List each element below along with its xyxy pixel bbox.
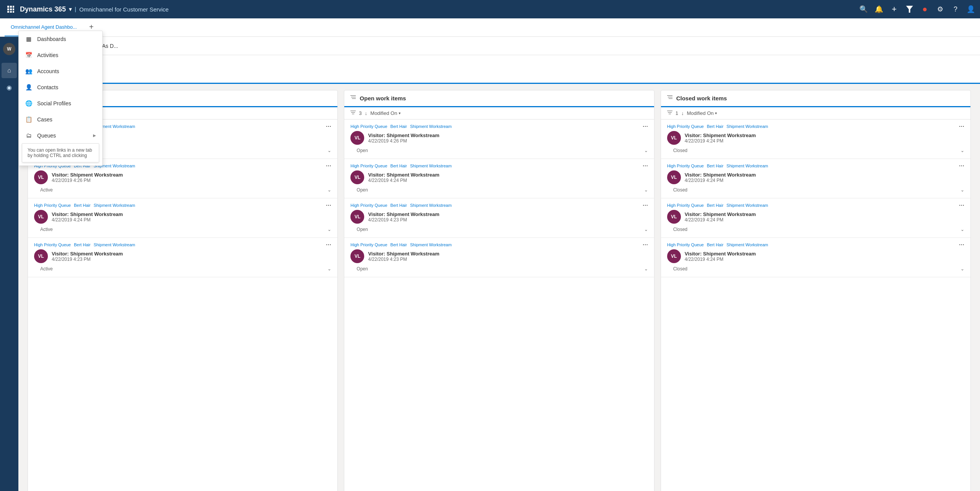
- tag[interactable]: Bert Hair: [707, 164, 723, 168]
- tag[interactable]: Shipment Workstream: [726, 203, 768, 208]
- filter-icon[interactable]: [905, 5, 914, 14]
- tag[interactable]: High Priority Queue: [667, 203, 704, 208]
- tag[interactable]: Bert Hair: [390, 124, 407, 129]
- svg-rect-2: [13, 6, 14, 8]
- expand-icon[interactable]: ⌄: [644, 148, 648, 153]
- tag[interactable]: Bert Hair: [707, 203, 723, 208]
- tag[interactable]: Shipment Workstream: [93, 203, 135, 208]
- tag[interactable]: High Priority Queue: [350, 203, 387, 208]
- work-item-status: Open: [350, 265, 374, 273]
- help-icon[interactable]: ?: [951, 5, 960, 14]
- dropdown-item-dashboards[interactable]: ▦ Dashboards: [19, 31, 102, 47]
- tag[interactable]: High Priority Queue: [34, 242, 71, 247]
- expand-icon[interactable]: ⌄: [327, 187, 331, 193]
- expand-icon[interactable]: ⌄: [960, 266, 964, 272]
- column-closed-work-items: Closed work items 1 ↓ Modified On ▾ High…: [661, 90, 971, 491]
- tag[interactable]: Shipment Workstream: [410, 164, 452, 168]
- expand-icon[interactable]: ⌄: [644, 227, 648, 232]
- tab-bar: Omnichannel Agent Dashbo... +: [0, 18, 980, 37]
- work-item-tags: High Priority QueueBert HairShipment Wor…: [34, 202, 331, 208]
- work-item-more-btn[interactable]: ⋯: [959, 202, 964, 208]
- work-item-date: 4/22/2019 4:26 PM: [52, 178, 331, 183]
- work-item-main: VL Visitor: Shipment Workstream 4/22/201…: [667, 249, 964, 263]
- user-icon[interactable]: 👤: [966, 5, 975, 14]
- expand-icon[interactable]: ⌄: [960, 227, 964, 232]
- tag[interactable]: High Priority Queue: [350, 124, 387, 129]
- tag[interactable]: Bert Hair: [74, 203, 90, 208]
- sidebar-home-icon[interactable]: ⌂: [2, 63, 17, 78]
- sort-arrow[interactable]: ↓: [365, 110, 368, 116]
- dropdown-item-accounts[interactable]: 👥 Accounts: [19, 63, 102, 79]
- work-item-more-btn[interactable]: ⋯: [643, 202, 648, 208]
- work-item-more-btn[interactable]: ⋯: [959, 242, 964, 248]
- dropdown-item-activities[interactable]: 📅 Activities: [19, 47, 102, 63]
- svg-rect-24: [351, 112, 355, 113]
- search-icon[interactable]: 🔍: [859, 5, 868, 14]
- svg-rect-28: [669, 98, 672, 99]
- dropdown-item-contacts[interactable]: 👤 Contacts: [19, 79, 102, 95]
- work-item-more-btn[interactable]: ⋯: [326, 163, 331, 169]
- column-count: 1: [676, 110, 678, 116]
- tag[interactable]: Bert Hair: [74, 242, 90, 247]
- work-item-more-btn[interactable]: ⋯: [959, 163, 964, 169]
- expand-icon[interactable]: ⌄: [327, 266, 331, 272]
- tag[interactable]: High Priority Queue: [667, 164, 704, 168]
- tag[interactable]: High Priority Queue: [350, 242, 387, 247]
- notification-icon[interactable]: 🔔: [874, 5, 883, 14]
- app-title-chevron[interactable]: ▾: [69, 6, 72, 12]
- expand-icon[interactable]: ⌄: [327, 227, 331, 232]
- app-title-group: Dynamics 365 ▾ | Omnichannel for Custome…: [20, 5, 169, 13]
- dropdown-item-social-profiles[interactable]: 🌐 Social Profiles: [19, 95, 102, 111]
- grid-menu-icon[interactable]: [5, 3, 17, 15]
- settings-icon[interactable]: ⚙: [936, 5, 945, 14]
- tag[interactable]: Bert Hair: [707, 124, 723, 129]
- tag[interactable]: Shipment Workstream: [726, 124, 768, 129]
- dropdown-item-queues[interactable]: 🗂 Queues ▶: [19, 128, 102, 143]
- sort-label[interactable]: Modified On ▾: [687, 110, 717, 116]
- work-item: High Priority QueueBert HairShipment Wor…: [28, 198, 337, 238]
- tag[interactable]: Bert Hair: [390, 164, 407, 168]
- work-item-more-btn[interactable]: ⋯: [326, 242, 331, 248]
- status-indicator[interactable]: ●: [920, 5, 929, 14]
- tag[interactable]: Shipment Workstream: [410, 124, 452, 129]
- tag[interactable]: Shipment Workstream: [410, 203, 452, 208]
- expand-icon[interactable]: ⌄: [960, 148, 964, 153]
- work-item-tags: High Priority QueueBert HairShipment Wor…: [667, 202, 964, 208]
- tag[interactable]: High Priority Queue: [667, 242, 704, 247]
- work-item-name: Visitor: Shipment Workstream: [368, 251, 648, 257]
- sort-label[interactable]: Modified On ▾: [370, 110, 401, 116]
- work-item-footer: Open ⌄: [350, 225, 648, 234]
- tag[interactable]: Shipment Workstream: [410, 242, 452, 247]
- svg-rect-23: [350, 111, 356, 111]
- work-item-more-btn[interactable]: ⋯: [643, 242, 648, 248]
- tag[interactable]: Bert Hair: [707, 242, 723, 247]
- tag[interactable]: High Priority Queue: [667, 124, 704, 129]
- work-item-more-btn[interactable]: ⋯: [326, 202, 331, 208]
- work-item-more-btn[interactable]: ⋯: [959, 123, 964, 129]
- tag[interactable]: High Priority Queue: [34, 203, 71, 208]
- work-item-more-btn[interactable]: ⋯: [643, 123, 648, 129]
- column-header: Closed work items: [661, 90, 970, 107]
- work-item-more-btn[interactable]: ⋯: [643, 163, 648, 169]
- expand-icon[interactable]: ⌄: [327, 148, 331, 153]
- column-title: Open work items: [360, 95, 648, 101]
- work-item-footer: Closed ⌄: [667, 186, 964, 194]
- tag[interactable]: High Priority Queue: [350, 164, 387, 168]
- tag[interactable]: Shipment Workstream: [93, 242, 135, 247]
- add-icon[interactable]: +: [890, 5, 899, 14]
- tag[interactable]: Bert Hair: [390, 203, 407, 208]
- tag[interactable]: Bert Hair: [390, 242, 407, 247]
- tag[interactable]: Shipment Workstream: [726, 242, 768, 247]
- expand-icon[interactable]: ⌄: [644, 187, 648, 193]
- sidebar-nav-icon[interactable]: ◉: [2, 80, 17, 95]
- expand-icon[interactable]: ⌄: [960, 187, 964, 193]
- expand-icon[interactable]: ⌄: [644, 266, 648, 272]
- dropdown-item-cases[interactable]: 📋 Cases: [19, 111, 102, 128]
- work-item-date: 4/22/2019 4:24 PM: [52, 217, 331, 223]
- sort-arrow[interactable]: ↓: [681, 110, 684, 116]
- tag[interactable]: Shipment Workstream: [726, 164, 768, 168]
- work-item-more-btn[interactable]: ⋯: [326, 123, 331, 129]
- work-item-tags: High Priority QueueBert HairShipment Wor…: [667, 242, 964, 248]
- work-item: High Priority QueueBert HairShipment Wor…: [344, 159, 654, 198]
- work-item-status: Active: [34, 225, 59, 234]
